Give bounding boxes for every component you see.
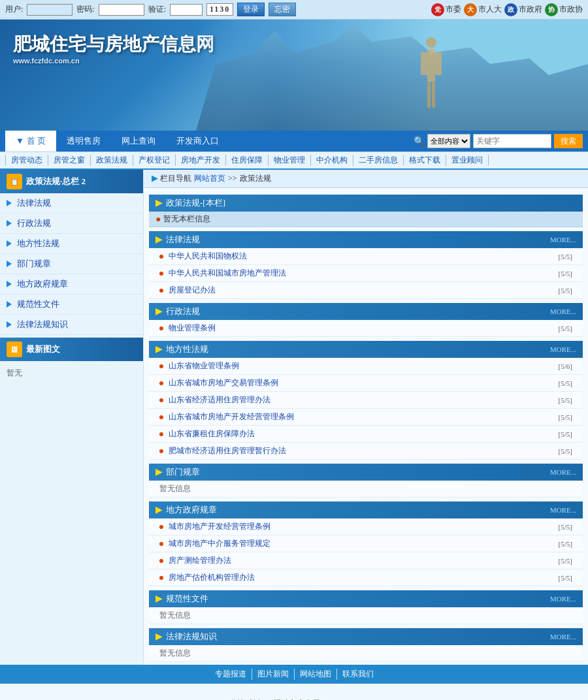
local-law-row-5-text[interactable]: 肥城市经济适用住房管理暂行办法	[169, 445, 553, 456]
sec-nav-property[interactable]: 产权登记	[133, 155, 176, 166]
dept-rules-icon: ▶	[155, 467, 162, 477]
footer-link-photos[interactable]: 图片新闻	[252, 669, 295, 680]
local-gov-row-3-count: [5/5]	[559, 574, 572, 582]
tab-transparent-label: 透明售房	[67, 135, 101, 147]
local-gov-more[interactable]: MORE...	[550, 506, 576, 514]
footer-links: 专题报道 图片新闻 网站地图 联系我们	[0, 669, 588, 680]
login-button[interactable]: 登录	[237, 3, 265, 16]
norm-files-no-info: 暂无信息	[149, 607, 583, 624]
local-law-row-3-dot	[159, 415, 163, 419]
law-row-2: 房屋登记办法 [5/5]	[149, 282, 583, 299]
sidebar-item-law[interactable]: 法律法规	[0, 193, 143, 214]
search-button[interactable]: 搜索	[554, 134, 583, 148]
local-gov-row-3-text[interactable]: 房地产估价机构管理办法	[169, 572, 553, 583]
sec-nav-intermediary[interactable]: 中介机构	[311, 155, 353, 166]
tab-transparent[interactable]: 透明售房	[56, 131, 111, 151]
sec-nav-housing-news[interactable]: 房管动态	[5, 155, 48, 166]
local-gov-label: 地方政府规章	[166, 504, 217, 516]
admin-law-row-0: 物业管理条例 [5/5]	[149, 320, 583, 337]
tab-developer[interactable]: 开发商入口	[166, 131, 229, 151]
sidebar-label-local-law: 地方性法规	[17, 238, 59, 249]
admin-law-row-0-text[interactable]: 物业管理条例	[169, 323, 553, 334]
local-gov-row-1-dot	[159, 542, 163, 546]
svg-rect-3	[435, 52, 442, 75]
site-logo: 肥城住宅与房地产信息网 www.fczfdc.com.cn	[13, 33, 214, 66]
sec-nav-formats[interactable]: 格式下载	[404, 155, 446, 166]
sec-nav-housing-security[interactable]: 住房保障	[226, 155, 269, 166]
footer-link-special[interactable]: 专题报道	[210, 669, 252, 680]
sidebar-item-law-knowledge[interactable]: 法律法规知识	[0, 315, 143, 335]
local-law-row-1-text[interactable]: 山东省城市房地产交易管理条例	[169, 377, 553, 389]
search-area: 🔍 全部内容 搜索	[414, 134, 588, 148]
top-link-committee[interactable]: 党 市委	[431, 3, 461, 16]
law-row-1-dot	[159, 272, 163, 276]
search-icon[interactable]: 🔍	[414, 136, 425, 147]
admin-law-more[interactable]: MORE...	[550, 308, 576, 315]
local-gov-section-header: ▶ 地方政府规章 MORE...	[149, 501, 583, 518]
tab-query[interactable]: 网上查询	[111, 131, 166, 151]
sidebar-arrow-admin-law	[7, 220, 12, 227]
sidebar-item-admin-law[interactable]: 行政法规	[0, 214, 143, 234]
local-law-row-0: 山东省物业管理条例 [5/6]	[149, 358, 583, 375]
sec-nav-secondhand[interactable]: 二手房信息	[353, 155, 404, 166]
sec-nav-housing-window[interactable]: 房管之窗	[48, 155, 91, 166]
page-footer: 专题报道 图片新闻 网站地图 联系我们	[0, 665, 588, 684]
local-gov-row-0-text[interactable]: 城市房地产开发经营管理条例	[169, 521, 553, 532]
law-row-0-count: [5/5]	[559, 253, 572, 261]
top-link-government[interactable]: 政 市政府	[504, 3, 542, 16]
local-gov-row-2-text[interactable]: 房产测绘管理办法	[169, 555, 553, 566]
top-link-cppcc[interactable]: 协 市政协	[545, 3, 583, 16]
committee-icon: 党	[431, 3, 444, 16]
local-law-row-3-text[interactable]: 山东省城市房地产开发经营管理条例	[169, 411, 553, 422]
local-law-row-0-text[interactable]: 山东省物业管理条例	[169, 360, 553, 372]
search-input[interactable]	[473, 134, 551, 148]
committee-label: 市委	[446, 4, 461, 15]
sidebar-item-norm-files[interactable]: 规范性文件	[0, 294, 143, 315]
local-gov-row-1-text[interactable]: 城市房地产中介服务管理规定	[169, 538, 553, 549]
law-section-more[interactable]: MORE...	[550, 236, 576, 244]
law-row-2-text[interactable]: 房屋登记办法	[169, 285, 553, 296]
sidebar-item-dept-rules[interactable]: 部门规章	[0, 254, 143, 274]
sec-nav-consultant[interactable]: 置业顾问	[446, 155, 489, 166]
local-gov-row-3-dot	[159, 576, 163, 580]
law-row-1-text[interactable]: 中华人民共和国城市房地产管理法	[169, 268, 553, 279]
local-gov-icon: ▶	[155, 505, 162, 515]
local-law-row-5: 肥城市经济适用住房管理暂行办法 [5/5]	[149, 443, 583, 460]
footer-link-sitemap[interactable]: 网站地图	[295, 669, 337, 680]
sec-nav-realestate[interactable]: 房地产开发	[176, 155, 226, 166]
local-law-row-0-dot	[159, 364, 163, 368]
law-row-0: 中华人民共和国物权法 [5/5]	[149, 248, 583, 265]
norm-files-more[interactable]: MORE...	[550, 595, 576, 603]
admin-law-icon: ▶	[155, 306, 162, 317]
sidebar-arrow-local-law	[7, 240, 12, 247]
sec-nav-policy[interactable]: 政策法规	[91, 155, 133, 166]
law-knowledge-label: 法律法规知识	[166, 631, 217, 643]
law-knowledge-more[interactable]: MORE...	[550, 633, 576, 641]
norm-files-section-header: ▶ 规范性文件 MORE...	[149, 590, 583, 607]
tab-home[interactable]: ▼ 首 页	[5, 131, 56, 151]
password-input[interactable]	[99, 4, 144, 16]
sidebar-arrow-law-knowledge	[7, 321, 12, 328]
username-input[interactable]	[27, 4, 73, 16]
local-law-row-5-count: [5/5]	[559, 447, 572, 455]
breadcrumb-home[interactable]: 网站首页	[194, 173, 225, 184]
search-select[interactable]: 全部内容	[427, 134, 470, 148]
law-row-0-text[interactable]: 中华人民共和国物权法	[169, 251, 553, 262]
local-gov-list: 城市房地产开发经营管理条例 [5/5] 城市房地产中介服务管理规定 [5/5] …	[149, 518, 583, 586]
captcha-input[interactable]	[170, 4, 203, 16]
sidebar-arrow-local-gov	[7, 281, 12, 287]
sidebar-item-local-law[interactable]: 地方性法规	[0, 234, 143, 254]
breadcrumb-separator: >>	[228, 174, 237, 183]
local-law-more[interactable]: MORE...	[550, 345, 576, 353]
footer-copyright: 版权所有： 肥城市房产局 2009-2010	[0, 697, 588, 700]
local-law-row-2-text[interactable]: 山东省经济适用住房管理办法	[169, 394, 553, 406]
forget-button[interactable]: 忘密	[269, 3, 296, 16]
footer-link-contact[interactable]: 联系我们	[337, 669, 379, 680]
policy-no-info-text: 暂无本栏信息	[163, 214, 210, 225]
norm-files-label: 规范性文件	[166, 593, 208, 605]
local-law-row-4-text[interactable]: 山东省廉租住房保障办法	[169, 428, 553, 439]
sec-nav-property-mgmt[interactable]: 物业管理	[269, 155, 311, 166]
sidebar-item-local-gov[interactable]: 地方政府规章	[0, 274, 143, 294]
dept-rules-more[interactable]: MORE...	[550, 468, 576, 476]
top-link-congress[interactable]: 大 市人大	[464, 3, 502, 16]
